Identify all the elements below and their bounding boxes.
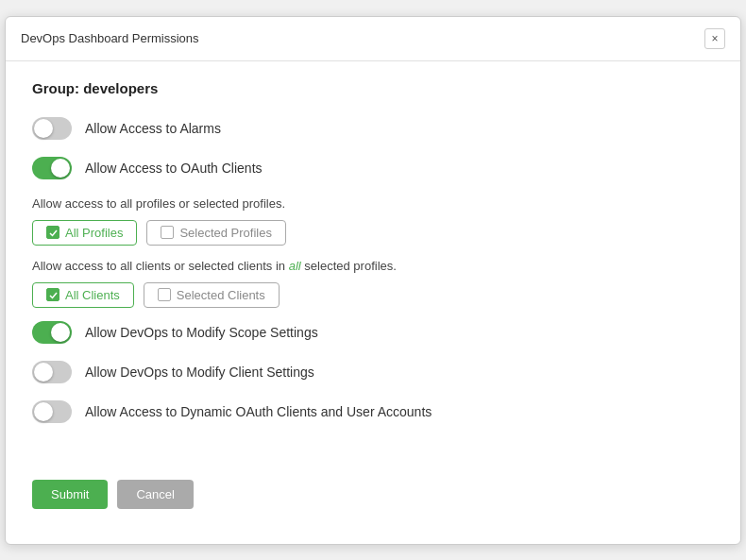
- toggle-oauth[interactable]: [32, 157, 72, 179]
- all-clients-label: All Clients: [65, 288, 120, 302]
- toggle-dynamic-oauth[interactable]: [32, 400, 72, 423]
- toggle-track-alarms[interactable]: [32, 117, 72, 140]
- dialog-header: DevOps Dashboard Permissions ×: [6, 17, 740, 61]
- toggle-thumb-client-settings: [34, 363, 53, 382]
- clients-desc-prefix: Allow access to all clients or selected …: [32, 259, 289, 273]
- close-button[interactable]: ×: [704, 28, 725, 49]
- permission-label-oauth: Allow Access to OAuth Clients: [85, 161, 263, 176]
- checkmark-svg: [49, 229, 58, 237]
- all-profiles-button[interactable]: All Profiles: [32, 220, 137, 246]
- toggle-thumb-dynamic-oauth: [34, 402, 53, 421]
- profiles-section: Allow access to all profiles or selected…: [32, 196, 714, 246]
- toggle-track-scope[interactable]: [32, 321, 72, 344]
- permission-row-client-settings: Allow DevOps to Modify Client Settings: [32, 361, 714, 383]
- permission-label-scope: Allow DevOps to Modify Scope Settings: [85, 325, 318, 340]
- toggle-client-settings[interactable]: [32, 361, 72, 383]
- submit-button[interactable]: Submit: [32, 480, 108, 509]
- group-name: developers: [83, 80, 158, 96]
- group-label: Group: developers: [32, 80, 714, 96]
- profiles-description: Allow access to all profiles or selected…: [32, 196, 714, 211]
- toggle-track-dynamic-oauth[interactable]: [32, 400, 72, 423]
- cancel-button[interactable]: Cancel: [117, 480, 193, 509]
- toggle-thumb-alarms: [34, 119, 53, 138]
- all-profiles-check-icon: [46, 226, 59, 239]
- all-clients-button[interactable]: All Clients: [32, 282, 134, 308]
- toggle-track-oauth[interactable]: [32, 157, 72, 179]
- selected-profiles-label: Selected Profiles: [179, 226, 272, 240]
- dialog-body: Group: developers Allow Access to Alarms…: [6, 61, 740, 459]
- permission-label-alarms: Allow Access to Alarms: [85, 121, 221, 136]
- toggle-alarms[interactable]: [32, 117, 72, 140]
- toggle-track-client-settings[interactable]: [32, 361, 72, 383]
- dialog-title: DevOps Dashboard Permissions: [21, 31, 199, 45]
- selected-profiles-check-icon: [161, 226, 174, 239]
- toggle-thumb-scope: [51, 323, 70, 342]
- selected-profiles-button[interactable]: Selected Profiles: [146, 220, 286, 246]
- clients-desc-suffix: selected profiles.: [301, 259, 397, 273]
- selected-clients-check-icon: [158, 288, 171, 301]
- clients-checkbox-group: All Clients Selected Clients: [32, 282, 714, 308]
- permission-label-client-settings: Allow DevOps to Modify Client Settings: [85, 365, 314, 380]
- profiles-checkbox-group: All Profiles Selected Profiles: [32, 220, 714, 246]
- permission-row-alarms: Allow Access to Alarms: [32, 117, 714, 140]
- dialog: DevOps Dashboard Permissions × Group: de…: [5, 16, 741, 545]
- all-profiles-label: All Profiles: [65, 226, 123, 240]
- selected-clients-button[interactable]: Selected Clients: [144, 282, 280, 308]
- dialog-footer: Submit Cancel: [6, 468, 740, 520]
- permission-row-scope: Allow DevOps to Modify Scope Settings: [32, 321, 714, 344]
- clients-section: Allow access to all clients or selected …: [32, 259, 714, 308]
- group-prefix: Group:: [32, 80, 79, 96]
- permission-label-dynamic-oauth: Allow Access to Dynamic OAuth Clients an…: [85, 404, 432, 419]
- all-clients-check-icon: [46, 288, 59, 301]
- checkmark-svg-clients: [49, 291, 58, 299]
- toggle-scope[interactable]: [32, 321, 72, 344]
- toggle-thumb-oauth: [51, 159, 70, 178]
- permission-row-dynamic-oauth: Allow Access to Dynamic OAuth Clients an…: [32, 400, 714, 423]
- selected-clients-label: Selected Clients: [177, 288, 265, 302]
- permission-row-oauth: Allow Access to OAuth Clients: [32, 157, 714, 179]
- clients-desc-em: all: [289, 259, 301, 273]
- clients-description: Allow access to all clients or selected …: [32, 259, 714, 273]
